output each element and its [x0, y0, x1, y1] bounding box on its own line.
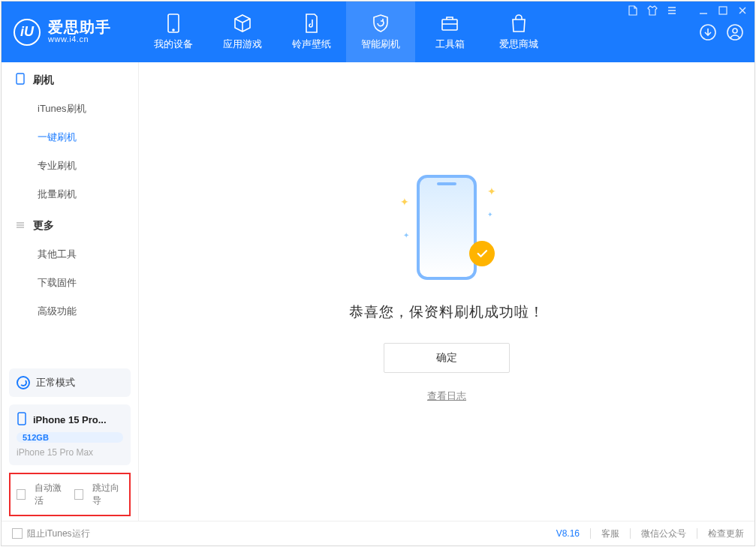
svg-point-2: [173, 29, 174, 31]
maximize-icon[interactable]: [717, 5, 729, 17]
phone-outline-icon: [17, 412, 27, 428]
svg-point-5: [727, 25, 742, 40]
device-icon: [164, 14, 183, 33]
nav-label: 我的设备: [154, 38, 193, 51]
nav-store[interactable]: 爱思商城: [484, 2, 553, 62]
mode-label: 正常模式: [36, 376, 75, 389]
device-mode[interactable]: 正常模式: [9, 368, 131, 397]
nav-label: 智能刷机: [361, 38, 400, 51]
svg-point-6: [733, 29, 737, 33]
device-card[interactable]: iPhone 15 Pro... 512GB iPhone 15 Pro Max: [9, 404, 131, 465]
logo-icon: iU: [14, 19, 41, 46]
sparkle-icon: ✦: [400, 196, 409, 208]
view-log-link[interactable]: 查看日志: [427, 389, 466, 403]
menu-icon[interactable]: [666, 5, 678, 17]
check-badge-icon: [469, 241, 495, 266]
sidebar-item-batch-flash[interactable]: 批量刷机: [2, 180, 138, 209]
app-name: 爱思助手: [48, 20, 111, 35]
sidebar-item-advanced[interactable]: 高级功能: [2, 297, 138, 326]
close-icon[interactable]: [736, 5, 748, 17]
auto-activate-checkbox[interactable]: [17, 489, 26, 500]
device-name-text: iPhone 15 Pro...: [33, 414, 107, 425]
nav-apps[interactable]: 应用游戏: [208, 2, 277, 62]
shield-refresh-icon: [371, 14, 390, 33]
app-url: www.i4.cn: [48, 35, 111, 44]
storage-badge: 512GB: [17, 432, 123, 443]
sparkle-icon: ✦: [403, 231, 409, 239]
nav-toolbox[interactable]: 工具箱: [415, 2, 484, 62]
phone-illustration-icon: [417, 175, 477, 280]
feedback-icon[interactable]: [627, 5, 639, 17]
skin-icon[interactable]: [646, 5, 658, 17]
success-message: 恭喜您，保资料刷机成功啦！: [349, 302, 544, 322]
cube-icon: [233, 14, 252, 33]
success-illustration: ✦ ✦ ✦ ✦: [402, 175, 492, 280]
sparkle-icon: ✦: [487, 211, 493, 218]
auto-activate-label: 自动激活: [35, 482, 65, 507]
phone-icon: [15, 73, 26, 87]
nav-label: 应用游戏: [223, 38, 262, 51]
svg-rect-0: [719, 7, 727, 14]
more-icon: [15, 220, 26, 233]
nav-ringtones[interactable]: 铃声壁纸: [277, 2, 346, 62]
wechat-link[interactable]: 微信公众号: [641, 527, 686, 540]
version-label: V8.16: [556, 528, 580, 539]
block-itunes-checkbox[interactable]: [12, 528, 23, 539]
ok-button[interactable]: 确定: [384, 343, 510, 373]
check-update-link[interactable]: 检查更新: [708, 527, 744, 540]
sidebar-group-flash: 刷机: [2, 62, 138, 95]
toolbox-icon: [440, 14, 459, 33]
refresh-icon: [17, 376, 30, 389]
group-title: 刷机: [33, 74, 54, 87]
activation-options: 自动激活 跳过向导: [9, 473, 131, 516]
minimize-icon[interactable]: [697, 5, 709, 17]
svg-rect-8: [18, 413, 26, 425]
music-file-icon: [302, 14, 321, 33]
main-content: ✦ ✦ ✦ ✦ 恭喜您，保资料刷机成功啦！ 确定 查看日志: [139, 62, 754, 521]
skip-guide-label: 跳过向导: [92, 482, 123, 507]
footer: 阻止iTunes运行 V8.16 客服 微信公众号 检查更新: [2, 521, 754, 545]
sidebar-item-pro-flash[interactable]: 专业刷机: [2, 152, 138, 180]
sidebar-item-download-fw[interactable]: 下载固件: [2, 269, 138, 297]
group-title: 更多: [33, 219, 54, 233]
nav-flash[interactable]: 智能刷机: [346, 2, 415, 62]
logo[interactable]: iU 爱思助手 www.i4.cn: [2, 2, 139, 62]
account-button[interactable]: [724, 22, 745, 43]
svg-rect-3: [442, 20, 457, 30]
sidebar-item-oneclick-flash[interactable]: 一键刷机: [2, 123, 138, 152]
device-full-name: iPhone 15 Pro Max: [17, 447, 123, 458]
skip-guide-checkbox[interactable]: [74, 489, 83, 500]
svg-rect-7: [17, 74, 24, 84]
nav-label: 爱思商城: [499, 38, 538, 51]
bag-icon: [509, 14, 529, 33]
sidebar-group-more: 更多: [2, 209, 138, 240]
sparkle-icon: ✦: [487, 185, 496, 197]
block-itunes-label: 阻止iTunes运行: [27, 527, 90, 540]
download-button[interactable]: [697, 22, 718, 43]
top-nav: 我的设备 应用游戏 铃声壁纸 智能刷机 工具箱 爱思商城: [139, 2, 553, 62]
nav-label: 铃声壁纸: [292, 38, 331, 51]
sidebar: 刷机 iTunes刷机 一键刷机 专业刷机 批量刷机 更多 其他工具 下载固件 …: [2, 62, 139, 521]
sidebar-item-itunes-flash[interactable]: iTunes刷机: [2, 95, 138, 123]
sidebar-item-other-tools[interactable]: 其他工具: [2, 240, 138, 269]
support-link[interactable]: 客服: [601, 527, 619, 540]
nav-label: 工具箱: [435, 38, 465, 51]
nav-my-device[interactable]: 我的设备: [139, 2, 208, 62]
